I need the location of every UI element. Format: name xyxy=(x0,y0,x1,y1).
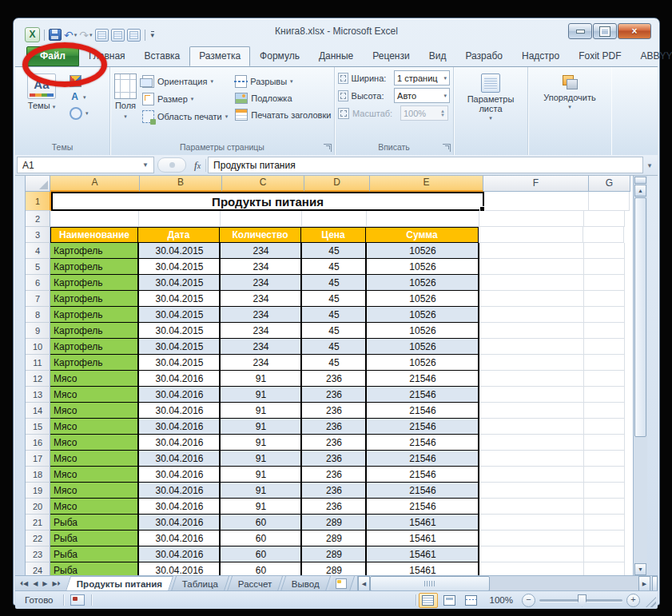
column-header-F[interactable]: F xyxy=(483,176,589,192)
cell-G6[interactable] xyxy=(584,275,625,291)
ribbon-tab-review[interactable]: Рецензи xyxy=(363,46,419,66)
cell-F1[interactable] xyxy=(484,192,589,211)
row-header-23[interactable]: 23 xyxy=(26,546,50,562)
cell-B9[interactable]: 30.04.2015 xyxy=(139,323,221,339)
cell-F19[interactable] xyxy=(479,483,584,499)
print-titles-button[interactable]: Печатать заголовки xyxy=(233,108,333,121)
cell-B19[interactable]: 30.04.2016 xyxy=(139,483,221,499)
zoom-out-icon[interactable]: − xyxy=(522,594,535,607)
cell-E21[interactable]: 15461 xyxy=(367,515,479,531)
row-header-4[interactable]: 4 xyxy=(26,243,50,259)
cell-B23[interactable]: 30.04.2016 xyxy=(139,546,221,562)
cell-D6[interactable]: 45 xyxy=(302,275,367,291)
cell-D20[interactable]: 236 xyxy=(302,499,367,515)
cell-F13[interactable] xyxy=(479,387,584,403)
sheet-options-button[interactable]: Параметры листа▾ xyxy=(457,70,524,155)
ribbon-tab-formulas[interactable]: Формуль xyxy=(250,46,309,66)
cell-E17[interactable]: 21546 xyxy=(367,451,479,467)
cell-F8[interactable] xyxy=(479,307,584,323)
macro-record-icon[interactable] xyxy=(70,594,85,606)
theme-fonts-button[interactable]: A▾ xyxy=(67,91,91,103)
cell-B4[interactable]: 30.04.2015 xyxy=(139,243,221,259)
row-header-6[interactable]: 6 xyxy=(26,275,50,291)
normal-view-button[interactable] xyxy=(419,593,438,608)
ribbon-tab-data[interactable]: Данные xyxy=(309,46,363,66)
cell-F9[interactable] xyxy=(479,323,584,339)
cell-B6[interactable]: 30.04.2015 xyxy=(139,275,221,291)
first-sheet-icon[interactable]: ⏴◀ xyxy=(18,580,30,588)
cell-D18[interactable]: 236 xyxy=(302,467,367,483)
cell-A10[interactable]: Картофель xyxy=(50,339,139,355)
column-header-G[interactable]: G xyxy=(589,176,630,192)
cell-D3[interactable]: Цена xyxy=(301,227,366,243)
cell-D14[interactable]: 236 xyxy=(302,403,367,419)
cell-C17[interactable]: 91 xyxy=(221,451,302,467)
page-layout-view-button[interactable] xyxy=(440,593,459,608)
cell-G14[interactable] xyxy=(584,403,625,419)
cell-E11[interactable]: 10526 xyxy=(367,355,479,371)
cell-E24[interactable]: 15461 xyxy=(367,562,479,575)
cell-G20[interactable] xyxy=(584,499,625,515)
row-header-12[interactable]: 12 xyxy=(26,371,50,387)
cell-A13[interactable]: Мясо xyxy=(50,387,139,403)
cell-D7[interactable]: 45 xyxy=(302,291,367,307)
fill-handle[interactable] xyxy=(479,206,485,212)
row-header-22[interactable]: 22 xyxy=(26,531,50,546)
cell-G17[interactable] xyxy=(584,451,625,467)
cell-F18[interactable] xyxy=(479,467,584,483)
sheet-tab-table[interactable]: Таблица xyxy=(171,576,229,591)
last-sheet-icon[interactable]: ▶⏵ xyxy=(50,580,62,588)
vertical-scrollbar-thumb[interactable] xyxy=(634,197,646,437)
cell-F2[interactable] xyxy=(479,211,584,227)
horizontal-scrollbar-thumb[interactable] xyxy=(370,576,490,591)
cell-B18[interactable]: 30.04.2016 xyxy=(139,467,221,483)
ribbon-tab-developer[interactable]: Разрабо xyxy=(455,46,512,66)
cell-C14[interactable]: 91 xyxy=(221,403,302,419)
row-header-16[interactable]: 16 xyxy=(26,435,50,451)
cell-C24[interactable]: 60 xyxy=(221,562,302,575)
breaks-button[interactable]: Разрывы▾ xyxy=(233,74,333,89)
cell-A8[interactable]: Картофель xyxy=(50,307,139,323)
cell-A17[interactable]: Мясо xyxy=(50,451,139,467)
cell-F23[interactable] xyxy=(479,546,584,562)
row-header-7[interactable]: 7 xyxy=(26,291,50,307)
cell-D21[interactable]: 289 xyxy=(302,515,367,531)
cell-E3[interactable]: Сумма xyxy=(366,227,479,243)
merged-title-cell[interactable]: Продукты питания xyxy=(51,192,484,211)
expand-formula-bar-icon[interactable]: ▾ xyxy=(643,161,656,169)
cell-A23[interactable]: Рыба xyxy=(50,546,139,562)
width-select[interactable]: 1 страниц▾ xyxy=(394,70,450,85)
cell-B22[interactable]: 30.04.2016 xyxy=(139,531,221,546)
zoom-slider-thumb[interactable] xyxy=(578,594,587,607)
cell-E6[interactable]: 10526 xyxy=(367,275,479,291)
cell-B10[interactable]: 30.04.2015 xyxy=(139,339,221,355)
arrange-button[interactable]: Упорядочить▾ xyxy=(531,70,608,155)
cell-F20[interactable] xyxy=(479,499,584,515)
row-header-8[interactable]: 8 xyxy=(26,307,50,323)
cell-B12[interactable]: 30.04.2016 xyxy=(139,371,221,387)
row-header-15[interactable]: 15 xyxy=(26,419,50,435)
cell-A4[interactable]: Картофель xyxy=(50,243,139,259)
scale-spinner[interactable]: 100%▲▼ xyxy=(400,105,448,121)
cell-C10[interactable]: 234 xyxy=(221,339,302,355)
vertical-scrollbar[interactable]: ▲ ▼ xyxy=(633,176,647,575)
row-header-19[interactable]: 19 xyxy=(26,483,50,499)
cell-A14[interactable]: Мясо xyxy=(50,403,139,419)
cell-D2[interactable] xyxy=(302,211,367,227)
cell-A21[interactable]: Рыба xyxy=(50,515,139,531)
ribbon-tab-abbyy-pdf[interactable]: ABBYY PD xyxy=(631,46,672,66)
cell-D19[interactable]: 236 xyxy=(302,483,367,499)
tab-split-handle[interactable] xyxy=(652,576,658,591)
cell-C19[interactable]: 91 xyxy=(221,483,302,499)
scroll-right-icon[interactable]: ▶ xyxy=(638,576,650,591)
cell-B8[interactable]: 30.04.2015 xyxy=(139,307,221,323)
formula-input[interactable]: Продукты питания xyxy=(208,157,643,173)
column-header-C[interactable]: C xyxy=(222,176,304,192)
ribbon-tab-addins[interactable]: Надстро xyxy=(512,46,569,66)
cell-F17[interactable] xyxy=(479,451,584,467)
row-header-2[interactable]: 2 xyxy=(26,211,50,227)
cell-B14[interactable]: 30.04.2016 xyxy=(139,403,221,419)
cell-B15[interactable]: 30.04.2016 xyxy=(139,419,221,435)
cell-A19[interactable]: Мясо xyxy=(50,483,139,499)
sheet-tab-food-products[interactable]: Продукты питания xyxy=(66,576,173,591)
